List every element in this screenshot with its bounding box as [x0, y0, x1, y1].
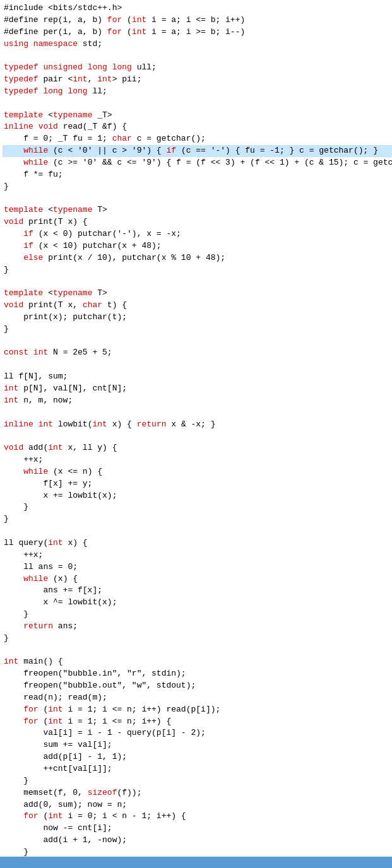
code-line: template <typename T>	[3, 204, 392, 216]
bottom-bar	[0, 857, 392, 868]
code-line: typedef unsigned long long ull;	[3, 62, 392, 74]
code-line: val[i] = i - 1 - query(p[i] - 2);	[3, 727, 392, 739]
code-line: inline int lowbit(int x) { return x & -x…	[3, 419, 392, 431]
code-line: #define rep(i, a, b) for (int i = a; i <…	[3, 15, 392, 26]
code-line: f *= fu;	[3, 169, 392, 181]
code-line: print(x); putchar(t);	[3, 312, 392, 324]
code-line: void print(T x) {	[3, 216, 392, 228]
code-line: ll query(int x) {	[3, 537, 392, 549]
code-line	[3, 430, 392, 442]
code-line: template <typename T>	[3, 288, 392, 300]
code-line: #define per(i, a, b) for (int i = a; i >…	[3, 26, 392, 38]
code-line: }	[3, 501, 392, 513]
code-line: ll f[N], sum;	[3, 371, 392, 383]
code-line: while (c >= '0' && c <= '9') { f = (f <<…	[3, 157, 392, 169]
code-line: }	[3, 775, 392, 787]
code-line: ++x;	[3, 549, 392, 561]
code-line: #include <bits/stdc++.h>	[3, 3, 392, 15]
code-line: void add(int x, ll y) {	[3, 442, 392, 454]
code-line	[3, 276, 392, 288]
code-line: sum += val[i];	[3, 739, 392, 751]
code-line: add(i + 1, -now);	[3, 835, 392, 847]
code-line: while (x <= n) {	[3, 466, 392, 478]
code-line: if (x < 0) putchar('-'), x = -x;	[3, 228, 392, 240]
code-line	[3, 193, 392, 205]
code-line	[3, 407, 392, 419]
code-line: }	[3, 324, 392, 336]
code-line: for (int i = 1; i <= n; i++) {	[3, 716, 392, 728]
code-line: while (x) {	[3, 573, 392, 585]
code-line	[3, 645, 392, 657]
code-line: void print(T x, char t) {	[3, 300, 392, 312]
code-line: x += lowbit(x);	[3, 490, 392, 502]
code-line: int main() {	[3, 656, 392, 668]
code-line: const int N = 2e5 + 5;	[3, 347, 392, 359]
code-line: ll ans = 0;	[3, 561, 392, 573]
code-line: f = 0; _T fu = 1; char c = getchar();	[3, 133, 392, 145]
code-line: using namespace std;	[3, 38, 392, 50]
code-line: }	[3, 513, 392, 525]
code-line: inline void read(_T &f) {	[3, 121, 392, 133]
code-line: while (c < '0' || c > '9') { if (c == '-…	[3, 145, 392, 157]
code-line: ans += f[x];	[3, 585, 392, 597]
code-line: x ^= lowbit(x);	[3, 597, 392, 609]
code-line: memset(f, 0, sizeof(f));	[3, 787, 392, 799]
code-line: int p[N], val[N], cnt[N];	[3, 383, 392, 395]
code-line	[3, 525, 392, 537]
code-line: }	[3, 633, 392, 645]
code-line: }	[3, 181, 392, 193]
code-container: #include <bits/stdc++.h>#define rep(i, a…	[0, 0, 392, 868]
code-line	[3, 98, 392, 110]
code-line: typedef pair <int, int> pii;	[3, 74, 392, 86]
code-line	[3, 50, 392, 62]
code-line: return ans;	[3, 621, 392, 633]
code-line: add(p[i] - 1, 1);	[3, 751, 392, 763]
code-line: typedef long long ll;	[3, 86, 392, 98]
code-line: }	[3, 609, 392, 621]
code-line: f[x] += y;	[3, 478, 392, 490]
code-line: for (int i = 0; i < n - 1; i++) {	[3, 811, 392, 823]
code-line: int n, m, now;	[3, 395, 392, 407]
code-line	[3, 336, 392, 348]
code-line: now -= cnt[i];	[3, 823, 392, 835]
code-line: freopen("bubble.in", "r", stdin);	[3, 668, 392, 680]
code-line: freopen("bubble.out", "w", stdout);	[3, 680, 392, 692]
code-line: template <typename _T>	[3, 110, 392, 122]
code-line: if (x < 10) putchar(x + 48);	[3, 240, 392, 252]
code-line: add(0, sum); now = n;	[3, 799, 392, 811]
code-line: else print(x / 10), putchar(x % 10 + 48)…	[3, 252, 392, 264]
code-line: ++cnt[val[i]];	[3, 763, 392, 775]
code-line	[3, 359, 392, 371]
code-line: ++x;	[3, 454, 392, 466]
code-line: for (int i = 1; i <= n; i++) read(p[i]);	[3, 704, 392, 716]
code-line: }	[3, 264, 392, 276]
code-line: read(n); read(m);	[3, 692, 392, 704]
